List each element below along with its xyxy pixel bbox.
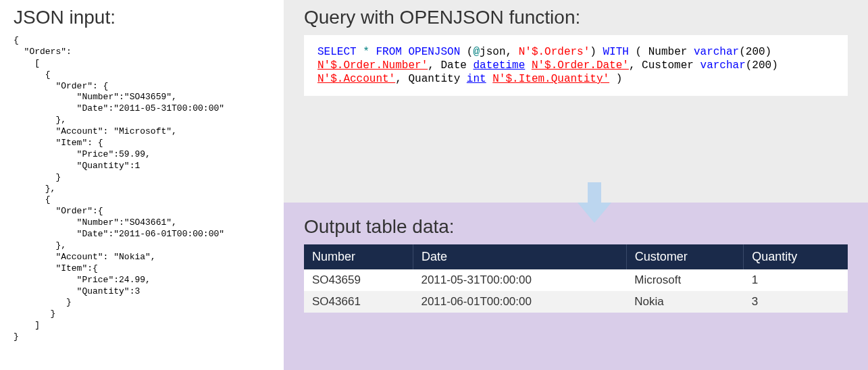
col-path-account: N'$.Account': [317, 73, 395, 85]
output-panel: Output table data: Number Date Customer …: [284, 203, 868, 370]
cell-date: 2011-05-31T00:00:00: [413, 269, 626, 291]
query-panel: Query with OPENJSON function: SELECT * F…: [284, 0, 868, 203]
col-name-quantity: Quantity: [408, 73, 460, 85]
json-var: json: [480, 46, 505, 58]
col-path-number: N'$.Order.Number': [317, 59, 428, 72]
cell-number: SO43659: [304, 269, 413, 291]
table-row: SO43659 2011-05-31T00:00:00 Microsoft 1: [304, 269, 848, 291]
col-type-datetime: datetime: [473, 59, 525, 72]
th-date: Date: [413, 244, 626, 269]
query-code: SELECT * FROM OPENJSON (@json, N'$.Order…: [304, 35, 848, 96]
arrow-down-icon: [578, 182, 611, 223]
cell-customer: Nokia: [626, 291, 744, 313]
kw-with: WITH: [603, 46, 629, 58]
col-type-int: int: [467, 73, 486, 85]
kw-from: FROM: [376, 46, 401, 58]
th-customer: Customer: [626, 244, 744, 269]
col-len-1: 200: [746, 46, 765, 58]
kw-openjson: OPENJSON: [408, 46, 460, 58]
col-type-varchar2: varchar: [700, 59, 746, 72]
cell-number: SO43661: [304, 291, 413, 313]
output-heading: Output table data:: [304, 216, 848, 238]
json-input-panel: JSON input: { "Orders": [ { "Order": { "…: [0, 0, 284, 350]
col-name-customer: Customer: [642, 59, 694, 72]
svg-marker-0: [578, 182, 611, 223]
col-name-number: Number: [648, 46, 688, 58]
cell-date: 2011-06-01T00:00:00: [413, 291, 626, 313]
output-table: Number Date Customer Quantity SO43659 20…: [304, 244, 848, 313]
openjson-path: N'$.Orders': [519, 46, 590, 58]
json-input-heading: JSON input:: [14, 7, 270, 28]
table-row: SO43661 2011-06-01T00:00:00 Nokia 3: [304, 291, 848, 313]
th-quantity: Quantity: [744, 244, 848, 269]
col-name-date: Date: [440, 59, 466, 72]
cell-quantity: 1: [744, 269, 848, 291]
json-input-code: { "Orders": [ { "Order": { "Number":"SO4…: [14, 35, 270, 343]
kw-select: SELECT: [317, 46, 357, 58]
at-symbol: @: [473, 46, 480, 58]
th-number: Number: [304, 244, 413, 269]
cell-customer: Microsoft: [626, 269, 744, 291]
star: *: [363, 46, 369, 58]
col-path-date: N'$.Order.Date': [532, 59, 629, 72]
query-heading: Query with OPENJSON function:: [304, 7, 848, 28]
col-path-quantity: N'$.Item.Quantity': [492, 73, 609, 85]
col-type-varchar1: varchar: [694, 46, 739, 58]
cell-quantity: 3: [744, 291, 848, 313]
col-len-2: 200: [752, 59, 771, 72]
table-header-row: Number Date Customer Quantity: [304, 244, 848, 269]
